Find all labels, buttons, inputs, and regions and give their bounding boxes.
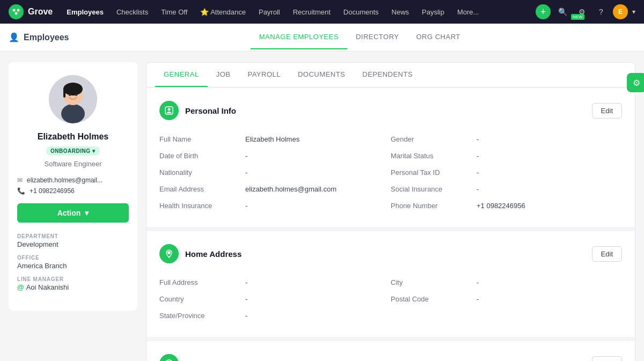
emergency-icon: ? xyxy=(164,359,174,361)
emergency-contact-title-area: ? Emergency Contact xyxy=(159,354,261,361)
sub-navigation: 👤 Employees Manage Employees Directory O… xyxy=(0,24,644,51)
chevron-down-icon: ▾ xyxy=(92,148,96,154)
tab-org-chart[interactable]: Org Chart xyxy=(407,25,469,49)
city-field: City - xyxy=(391,274,622,291)
avatar xyxy=(49,75,97,123)
svg-point-1 xyxy=(13,9,16,12)
main-content: ⚙ GENERAL JOB PAYROLL DOCUMENTS DEPENDEN… xyxy=(146,62,635,361)
line-manager-section: LINE MANAGER @ Aoi Nakanishi xyxy=(17,276,129,291)
logo-area[interactable]: Grove xyxy=(9,4,53,19)
personal-tax-id-field: Personal Tax ID - xyxy=(391,164,622,181)
home-address-section: Home Address Edit Full Address - Country… xyxy=(147,227,635,337)
personal-info-right: Gender - Marital Status - Personal Tax I… xyxy=(391,131,622,214)
tab-directory[interactable]: Directory xyxy=(347,25,408,49)
phone-row: 📞 +1 0982246956 xyxy=(17,187,129,195)
home-address-header: Home Address Edit xyxy=(159,244,622,263)
home-address-right: City - Postal Code - xyxy=(391,274,622,324)
home-address-title-area: Home Address xyxy=(159,244,241,263)
office-section: OFFICE America Branch xyxy=(17,255,129,270)
avatar-chevron[interactable]: ▾ xyxy=(632,8,635,16)
person-icon xyxy=(164,106,174,115)
contact-info: ✉ elizabeth.holmes@gmail... 📞 +1 0982246… xyxy=(17,176,129,195)
home-address-title: Home Address xyxy=(185,249,241,259)
job-title: Software Engineer xyxy=(17,160,129,168)
full-name-field: Full Name Elizabeth Holmes xyxy=(159,131,391,148)
action-button[interactable]: Action ▾ xyxy=(17,203,129,223)
page-title: 👤 Employees xyxy=(9,32,69,42)
nav-checklists[interactable]: Checklists xyxy=(111,5,153,19)
personal-info-title: Personal Info xyxy=(185,106,236,115)
tab-job[interactable]: JOB xyxy=(208,63,239,87)
content-wrapper: GENERAL JOB PAYROLL DOCUMENTS DEPENDENTS xyxy=(146,62,635,361)
home-address-edit-button[interactable]: Edit xyxy=(592,246,622,262)
phone-value: +1 0982246956 xyxy=(30,187,75,195)
nav-documents[interactable]: Documents xyxy=(338,5,384,19)
tab-dependents[interactable]: DEPENDENTS xyxy=(354,63,421,87)
tab-payroll[interactable]: PAYROLL xyxy=(239,63,289,87)
logo-text: Grove xyxy=(28,7,53,17)
nav-actions: + 🔍 ⚙ NEW ? E ▾ xyxy=(536,4,635,20)
svg-point-0 xyxy=(9,4,24,19)
nav-time-off[interactable]: Time Off xyxy=(156,5,193,19)
phone-number-field: Phone Number +1 0982246956 xyxy=(391,197,622,214)
health-insurance-field: Health Insurance - xyxy=(159,197,391,214)
country-field: Country - xyxy=(159,291,391,307)
action-chevron-icon: ▾ xyxy=(85,209,89,217)
nav-recruitment[interactable]: Recruitment xyxy=(288,5,336,19)
svg-point-3 xyxy=(15,12,18,15)
home-address-left: Full Address - Country - State/Province … xyxy=(159,274,391,324)
personal-info-section: Personal Info Edit Full Name Elizabeth H… xyxy=(147,87,635,227)
email-value: elizabeth.holmes@gmail... xyxy=(27,176,103,184)
postal-code-field: Postal Code - xyxy=(391,291,622,307)
subnav-tabs: Manage Employees Directory Org Chart xyxy=(84,25,635,49)
personal-info-left: Full Name Elizabeth Holmes Date of Birth… xyxy=(159,131,391,214)
personal-info-header: Personal Info Edit xyxy=(159,101,622,120)
employee-sidebar: Elizabeth Holmes ONBOARDING ▾ Software E… xyxy=(9,62,137,311)
grove-logo-icon xyxy=(9,4,24,19)
nav-attendance[interactable]: ⭐ Attendance xyxy=(195,5,251,19)
line-manager-value: @ Aoi Nakanishi xyxy=(17,283,129,291)
home-address-icon xyxy=(159,244,179,263)
add-button[interactable]: + xyxy=(536,4,551,19)
new-badge: NEW xyxy=(571,14,584,20)
emergency-contact-title: Emergency Contact xyxy=(185,359,261,362)
tab-documents[interactable]: DOCUMENTS xyxy=(289,63,354,87)
marital-status-field: Marital Status - xyxy=(391,148,622,164)
svg-point-12 xyxy=(168,108,171,111)
emergency-contact-section: ? Emergency Contact Edit xyxy=(147,337,635,361)
star-icon: ⭐ xyxy=(200,8,209,16)
page-layout: Elizabeth Holmes ONBOARDING ▾ Software E… xyxy=(0,62,644,361)
svg-point-2 xyxy=(17,9,20,12)
gear-settings-button[interactable]: ⚙ xyxy=(627,73,644,92)
help-button[interactable]: ? xyxy=(594,4,609,19)
tab-manage-employees[interactable]: Manage Employees xyxy=(251,25,347,49)
personal-info-title-area: Personal Info xyxy=(159,101,236,120)
personal-info-icon xyxy=(159,101,179,120)
nav-payroll[interactable]: Payroll xyxy=(253,5,286,19)
svg-point-7 xyxy=(63,83,83,95)
nav-news[interactable]: News xyxy=(386,5,415,19)
emergency-contact-edit-button[interactable]: Edit xyxy=(592,356,622,362)
svg-rect-8 xyxy=(63,89,65,98)
social-insurance-field: Social Insurance - xyxy=(391,181,622,197)
search-button[interactable]: 🔍 xyxy=(555,4,570,19)
personal-info-edit-button[interactable]: Edit xyxy=(592,103,622,119)
svg-point-9 xyxy=(69,94,71,96)
top-navigation: Grove Employees Checklists Time Off ⭐ At… xyxy=(0,0,644,24)
home-address-fields: Full Address - Country - State/Province … xyxy=(159,274,622,324)
email-row: ✉ elizabeth.holmes@gmail... xyxy=(17,176,129,184)
svg-point-13 xyxy=(167,251,171,254)
status-badge[interactable]: ONBOARDING ▾ xyxy=(46,146,100,156)
employee-name: Elizabeth Holmes xyxy=(17,132,129,142)
employees-icon: 👤 xyxy=(9,32,19,42)
email-icon: ✉ xyxy=(17,176,23,184)
nav-more[interactable]: More... xyxy=(452,5,484,19)
nav-payslip[interactable]: Payslip xyxy=(416,5,450,19)
dob-field: Date of Birth - xyxy=(159,148,391,164)
personal-info-fields: Full Name Elizabeth Holmes Date of Birth… xyxy=(159,131,622,214)
user-avatar[interactable]: E xyxy=(613,4,628,19)
tab-general[interactable]: GENERAL xyxy=(155,63,208,87)
at-icon: @ xyxy=(17,283,24,291)
card-tabs: GENERAL JOB PAYROLL DOCUMENTS DEPENDENTS xyxy=(147,63,635,87)
nav-employees[interactable]: Employees xyxy=(61,5,109,19)
